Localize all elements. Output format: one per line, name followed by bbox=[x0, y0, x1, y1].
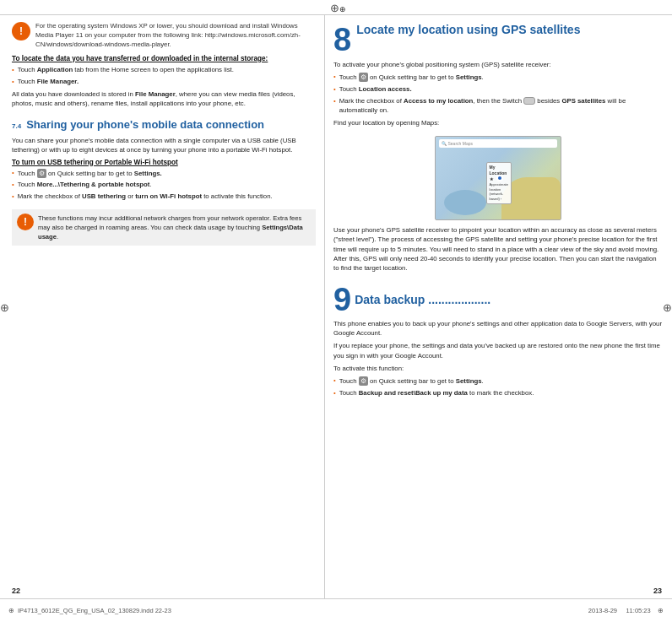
bullet-filemanager: • Touch File Manager. bbox=[12, 78, 316, 87]
activate-text: To activate this function: bbox=[333, 364, 662, 373]
bottom-time: 11:05:23 bbox=[626, 607, 650, 614]
section-9-title: Data backup ................... bbox=[355, 293, 490, 306]
find-location-text: Find your location by opening Maps: bbox=[333, 118, 662, 127]
alert-icon: ! bbox=[12, 22, 30, 41]
bullet-1-text: Touch Application tab from the Home scre… bbox=[18, 66, 234, 75]
s9-bullet-1-text: Touch ⚙ on Quick setting bar to get to S… bbox=[339, 376, 484, 387]
info-icon: ! bbox=[17, 214, 34, 230]
right-crosshair-icon: ⊕ bbox=[663, 300, 672, 313]
s9-bullet-icon-1: • bbox=[333, 376, 336, 387]
section-74-body: You can share your phone's mobile data c… bbox=[12, 136, 316, 155]
section-8-header: 8 Locate my location using GPS satellite… bbox=[333, 22, 662, 56]
usb-bullet-icon-2: • bbox=[12, 181, 14, 190]
map-search-bar: 🔍 Search Maps bbox=[439, 139, 557, 148]
bottom-crosshair-right: ⊕ bbox=[658, 607, 664, 614]
map-search-text: Search Maps bbox=[448, 141, 473, 146]
section-9-number: 9 bbox=[333, 284, 351, 316]
bottom-crosshair-left: ⊕ bbox=[8, 607, 14, 614]
search-icon-map: 🔍 bbox=[442, 141, 447, 146]
alert-text: For the operating system Windows XP or l… bbox=[35, 22, 316, 50]
usb-bullet-icon-3: • bbox=[12, 192, 14, 202]
gps-intro: To activate your phone's global position… bbox=[333, 60, 662, 69]
bottom-filename: IP4713_6012E_QG_Eng_USA_02_130829.indd 2… bbox=[18, 607, 171, 614]
section-9-body-1: This phone enables you to back up your p… bbox=[333, 319, 662, 338]
gps-bullet-icon-2: • bbox=[333, 85, 336, 95]
top-crosshair: ⊕ bbox=[330, 2, 342, 14]
page-number-right: 23 bbox=[653, 587, 662, 595]
internal-storage-heading: To locate the data you have transferred … bbox=[12, 55, 316, 62]
usb-bullet-2-text: Touch More...\Tethering & portable hotsp… bbox=[18, 181, 152, 190]
gps-bullet-2: • Touch Location access. bbox=[333, 85, 662, 95]
info-text: These functions may incur additional net… bbox=[38, 214, 311, 241]
bullet-2-text: Touch File Manager. bbox=[18, 78, 79, 87]
left-crosshair-icon: ⊕ bbox=[0, 300, 9, 313]
top-border: ⊕ bbox=[0, 0, 672, 15]
usb-heading: To turn on USB tethering or Portable Wi-… bbox=[12, 159, 316, 166]
usb-bullet-3: • Mark the checkbox of USB tethering or … bbox=[12, 192, 316, 202]
gps-bullet-icon-1: • bbox=[333, 73, 336, 83]
bullet-icon-2: • bbox=[12, 78, 14, 87]
page-number-left: 22 bbox=[12, 587, 20, 595]
usb-bullet-1: • Touch ⚙ on Quick setting bar to get to… bbox=[12, 169, 316, 179]
section-9-body-2: If you replace your phone, the settings … bbox=[333, 341, 662, 360]
bottom-bar: ⊕ IP4713_6012E_QG_Eng_USA_02_130829.indd… bbox=[0, 598, 672, 622]
section-74-title: Sharing your phone's mobile data connect… bbox=[26, 118, 264, 133]
gps-bullet-3-text: Mark the checkbox of Access to my locati… bbox=[339, 97, 662, 116]
s9-bullet-1: • Touch ⚙ on Quick setting bar to get to… bbox=[333, 376, 662, 387]
map-water bbox=[444, 190, 486, 215]
usb-bullet-icon-1: • bbox=[12, 169, 14, 179]
section-8-title: Locate my location using GPS satellites bbox=[356, 22, 580, 37]
usb-bullet-3-text: Mark the checkbox of USB tethering or tu… bbox=[18, 192, 273, 202]
section-74: 7.4 Sharing your phone's mobile data con… bbox=[12, 118, 316, 133]
usb-bullet-2: • Touch More...\Tethering & portable hot… bbox=[12, 181, 316, 190]
settings-icon-gps-1: ⚙ bbox=[359, 73, 368, 82]
section-74-number: 7.4 bbox=[12, 122, 21, 130]
s9-bullet-2: • Touch Backup and reset\Back up my data… bbox=[333, 389, 662, 398]
alert-box: ! For the operating system Windows XP or… bbox=[12, 22, 316, 50]
right-column: ⊕ 8 Locate my location using GPS satelli… bbox=[325, 15, 672, 598]
map-location-pin: My Location ★ Approximate location(netwo… bbox=[486, 162, 512, 203]
gps-bullet-1: • Touch ⚙ on Quick setting bar to get to… bbox=[333, 73, 662, 83]
bottom-date: 2013-8-29 bbox=[588, 607, 617, 614]
settings-icon-1: ⚙ bbox=[37, 169, 46, 178]
bottom-right-info: 2013-8-29 11:05:23 ⊕ bbox=[588, 607, 664, 614]
settings-icon-s9-1: ⚙ bbox=[359, 376, 368, 386]
bullet-icon-1: • bbox=[12, 66, 14, 75]
gps-bullet-3: • Mark the checkbox of Access to my loca… bbox=[333, 97, 662, 116]
bottom-left-info: ⊕ IP4713_6012E_QG_Eng_USA_02_130829.indd… bbox=[8, 607, 171, 614]
map-image: 🔍 Search Maps My Location ★ Approximate … bbox=[435, 136, 561, 220]
usb-bullet-1-text: Touch ⚙ on Quick setting bar to get to S… bbox=[18, 169, 162, 179]
gps-bullet-icon-3: • bbox=[333, 97, 336, 116]
s9-bullet-icon-2: • bbox=[333, 389, 336, 398]
page-container: ⊕ ⊕ ! For the operating system Windows X… bbox=[0, 0, 672, 622]
left-column: ⊕ ! For the operating system Windows XP … bbox=[0, 15, 325, 598]
section-9-header: 9 Data backup ................... bbox=[333, 284, 662, 316]
map-blue-dot bbox=[496, 175, 503, 181]
gps-bullet-2-text: Touch Location access. bbox=[339, 85, 412, 95]
body-text-filemanager: All data you have downloaded is stored i… bbox=[12, 89, 316, 109]
gps-bullet-1-text: Touch ⚙ on Quick setting bar to get to S… bbox=[339, 73, 484, 83]
info-box: ! These functions may incur additional n… bbox=[12, 209, 316, 246]
bullet-application: • Touch Application tab from the Home sc… bbox=[12, 66, 316, 75]
map-location-detail: Approximate location(network-based) › bbox=[490, 182, 508, 201]
section-8-number: 8 bbox=[333, 24, 351, 56]
main-content: ⊕ ! For the operating system Windows XP … bbox=[0, 15, 672, 598]
s9-bullet-2-text: Touch Backup and reset\Back up my data t… bbox=[339, 389, 534, 398]
switch-icon bbox=[523, 97, 535, 105]
gps-description: Use your phone's GPS satellite receiver … bbox=[333, 225, 662, 273]
